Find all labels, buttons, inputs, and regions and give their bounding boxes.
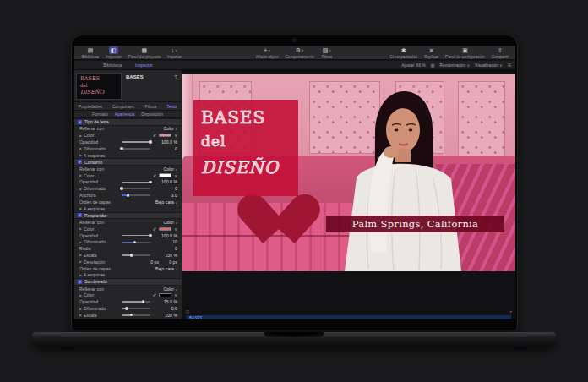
scroll-right-icon[interactable]: »: [509, 309, 512, 314]
value-field[interactable]: 0: [153, 146, 177, 151]
value-field[interactable]: 100 %: [153, 313, 177, 318]
popup-button[interactable]: Color ∨: [153, 220, 177, 225]
disclosure-icon[interactable]: ▶: [79, 206, 82, 210]
slider[interactable]: [122, 235, 150, 237]
inspector-tab-comportam[interactable]: Comportam.: [112, 104, 136, 109]
disclosure-icon[interactable]: ▶: [79, 134, 82, 138]
value-field[interactable]: 100.0 %: [153, 233, 177, 238]
value-field[interactable]: 3.0: [153, 193, 177, 198]
channels-icon[interactable]: ▦: [431, 63, 435, 68]
value-field[interactable]: 0: [153, 186, 177, 191]
value-field[interactable]: 100 %: [153, 253, 177, 258]
zoom-level-popup[interactable]: Ajustar: 66 %: [401, 63, 426, 68]
value-field[interactable]: 0: [153, 246, 177, 251]
popup-button[interactable]: Bajo cara ∨: [153, 199, 177, 205]
toolbar-project-pane-button[interactable]: ▦Panel del proyecto: [128, 46, 161, 59]
slider-knob[interactable]: [120, 147, 122, 150]
disclosure-icon[interactable]: ▶: [79, 307, 82, 311]
slider-knob[interactable]: [130, 254, 133, 256]
value-field[interactable]: 75.0 %: [153, 299, 177, 304]
row-label-text: Color: [84, 133, 94, 138]
toolbar-behaviors-button[interactable]: ⚙∨Comportamiento: [286, 46, 314, 59]
toolbar-share-button[interactable]: ⇧Compartir: [492, 46, 509, 59]
value-field[interactable]: 10: [153, 239, 177, 244]
inspector-tab-propiedades[interactable]: Propiedades: [79, 104, 102, 109]
slider-knob[interactable]: [149, 140, 151, 143]
slider[interactable]: [122, 254, 150, 256]
render-popup[interactable]: Renderización ∨: [440, 63, 471, 68]
disclosure-icon[interactable]: ▶: [79, 313, 82, 317]
slider-knob[interactable]: [125, 307, 128, 309]
slider-knob[interactable]: [120, 187, 122, 189]
slider-knob[interactable]: [149, 234, 151, 237]
inspector-subtab-disposición[interactable]: Disposición: [141, 112, 163, 117]
toolbar-replicate-button[interactable]: ✕Replicar: [424, 46, 438, 59]
disclosure-icon[interactable]: ▶: [79, 293, 82, 297]
inspector-tab-texto[interactable]: Texto: [166, 104, 177, 109]
color-swatch[interactable]: [159, 293, 172, 297]
slider-knob[interactable]: [142, 300, 144, 303]
slider[interactable]: [122, 141, 150, 143]
popup-button[interactable]: Bajo cara ∨: [153, 266, 177, 271]
section-checkbox[interactable]: ✓: [78, 280, 82, 284]
grid-icon[interactable]: ⊞: [508, 63, 511, 68]
clip-icon[interactable]: ◫: [186, 309, 189, 314]
disclosure-icon[interactable]: ▶: [79, 226, 82, 231]
timeline-track[interactable]: BASES: [186, 314, 512, 319]
toolbar-library-button[interactable]: ▤Biblioteca: [82, 46, 99, 59]
color-swatch[interactable]: [159, 227, 172, 232]
slider[interactable]: [122, 242, 150, 243]
value-field[interactable]: 0.6: [153, 306, 177, 311]
disclosure-icon[interactable]: ▶: [79, 240, 82, 244]
disclosure-icon[interactable]: ▶: [79, 273, 82, 277]
toolbar-inspector-button[interactable]: ◧Inspector: [106, 46, 122, 59]
inspector-tab-filtros[interactable]: Filtros: [145, 104, 157, 109]
disclosure-icon[interactable]: ▶: [79, 259, 82, 264]
slider[interactable]: [122, 301, 150, 303]
slider-knob[interactable]: [130, 314, 133, 316]
eyedropper-icon[interactable]: ✎: [152, 174, 157, 177]
disclosure-icon[interactable]: ▶: [79, 253, 82, 257]
toolbar-add-object-button[interactable]: +∨Añadir objeto: [256, 46, 279, 59]
slider[interactable]: [122, 148, 150, 150]
color-swatch[interactable]: [159, 173, 172, 177]
toolbar-hud-button[interactable]: ▣Panel de configuración: [445, 46, 485, 59]
value-field[interactable]: 100.0 %: [153, 139, 177, 145]
inspector-subtab-formato[interactable]: Formato: [92, 112, 108, 117]
eyedropper-icon[interactable]: ✎: [152, 293, 157, 297]
slider-knob[interactable]: [149, 181, 151, 183]
slider-knob[interactable]: [127, 194, 129, 196]
toolbar-make-particles-button[interactable]: ✱Crear partículas: [390, 46, 418, 59]
popup-button[interactable]: Color ∨: [153, 166, 177, 172]
toolbar-filters-button[interactable]: ▨∨Filtros: [321, 46, 334, 59]
slider-knob[interactable]: [133, 241, 136, 243]
color-swatch[interactable]: [159, 134, 172, 138]
section-checkbox[interactable]: ✓: [78, 160, 82, 164]
tab-inspector[interactable]: Inspector: [135, 63, 153, 68]
value-field-x[interactable]: 0 px: [143, 259, 159, 265]
eyedropper-icon[interactable]: ✎: [152, 134, 157, 137]
video-frame[interactable]: BASES del DISEÑO Palm Springs, Californi…: [182, 74, 515, 271]
view-popup[interactable]: Visualización ∨: [475, 63, 503, 68]
slider[interactable]: [122, 188, 150, 189]
disclosure-icon[interactable]: ▶: [79, 153, 82, 157]
slider[interactable]: [122, 194, 150, 196]
section-checkbox[interactable]: ✓: [78, 213, 82, 217]
toolbar-import-button[interactable]: ↓∨Importar: [167, 46, 182, 59]
value-field[interactable]: 100.0 %: [153, 179, 177, 184]
tab-library[interactable]: Biblioteca: [103, 63, 122, 68]
eyedropper-icon[interactable]: ✎: [152, 227, 157, 231]
value-field-y[interactable]: 0 px: [161, 259, 177, 265]
disclosure-icon[interactable]: ▶: [79, 146, 82, 150]
popup-button[interactable]: Color ∨: [153, 286, 177, 292]
disclosure-icon[interactable]: ▶: [79, 187, 82, 191]
title-overlay[interactable]: BASES del DISEÑO: [193, 100, 298, 196]
slider[interactable]: [122, 182, 150, 183]
inspector-subtab-apariencia[interactable]: Apariencia: [115, 112, 135, 117]
location-banner[interactable]: Palm Springs, California: [326, 216, 504, 232]
slider[interactable]: [122, 314, 150, 316]
section-checkbox[interactable]: ✓: [78, 120, 82, 124]
disclosure-icon[interactable]: ▶: [79, 173, 82, 177]
popup-button[interactable]: Color ∨: [153, 126, 177, 131]
slider[interactable]: [122, 308, 150, 309]
